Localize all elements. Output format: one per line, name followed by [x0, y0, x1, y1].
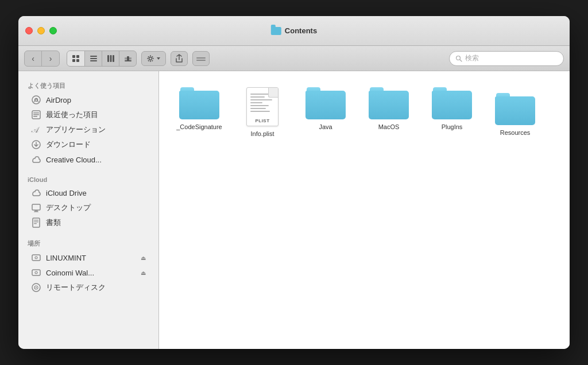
creative-cloud-label: Creative Cloud... [46, 156, 102, 164]
svg-marker-23 [157, 57, 160, 60]
documents-label: 書類 [46, 218, 61, 228]
svg-rect-43 [32, 255, 40, 261]
sidebar-item-downloads[interactable]: ダウンロード [22, 137, 155, 152]
file-item-info-plist[interactable]: PLIST Info.plist [234, 83, 291, 142]
sidebar-item-icloud-drive[interactable]: iCloud Drive [22, 185, 155, 200]
svg-point-49 [36, 287, 37, 288]
dropdown-arrow-icon [156, 56, 161, 61]
applications-icon: 𝒜 [31, 125, 41, 135]
sidebar: よく使う項目 AirDrop [18, 71, 159, 349]
svg-rect-9 [113, 55, 114, 62]
svg-point-14 [149, 57, 152, 60]
svg-rect-33 [33, 116, 37, 117]
share-button[interactable] [171, 51, 188, 66]
applications-label: アプリケーション [46, 125, 106, 135]
search-icon [455, 55, 462, 62]
icloud-drive-icon [31, 188, 41, 198]
linuxmint-drive-icon [31, 253, 41, 263]
file-item-macos[interactable]: MacOS [360, 83, 417, 142]
airdrop-icon [31, 95, 41, 105]
sidebar-item-linuxmint[interactable]: LINUXMINT ⏏ [22, 250, 155, 265]
svg-rect-4 [90, 56, 97, 57]
svg-rect-15 [150, 55, 151, 57]
documents-icon [31, 218, 41, 228]
minimize-button[interactable] [37, 27, 45, 34]
svg-point-46 [35, 271, 37, 274]
coinomi-drive-icon [31, 267, 41, 278]
svg-rect-36 [32, 204, 40, 210]
arrange-button[interactable] [141, 51, 166, 66]
svg-rect-3 [76, 59, 79, 62]
java-name: Java [319, 123, 332, 131]
file-item-plugins[interactable]: PlugIns [423, 83, 481, 142]
svg-rect-5 [90, 58, 97, 59]
sidebar-item-desktop[interactable]: デスクトップ [22, 200, 155, 215]
svg-rect-31 [33, 112, 39, 114]
sidebar-item-documents[interactable]: 書類 [22, 215, 155, 230]
svg-rect-8 [110, 55, 111, 62]
file-area: _CodeSignature PLI [159, 71, 570, 349]
codesignature-folder-icon [179, 87, 219, 119]
info-plist-icon: PLIST [246, 87, 278, 126]
svg-rect-25 [196, 60, 206, 61]
resources-folder-icon [495, 93, 535, 125]
desktop-label: デスクトップ [46, 203, 91, 213]
remote-disk-label: リモートディスク [46, 282, 106, 293]
airdrop-label: AirDrop [46, 96, 71, 104]
svg-line-27 [460, 60, 462, 61]
title-text: Contents [285, 26, 317, 35]
sidebar-item-creative-cloud[interactable]: Creative Cloud... [22, 152, 155, 167]
creative-cloud-icon [31, 154, 41, 165]
coinomi-eject-icon[interactable]: ⏏ [141, 270, 146, 276]
linuxmint-eject-icon[interactable]: ⏏ [141, 255, 146, 261]
search-box[interactable]: 検索 [449, 51, 564, 66]
svg-rect-41 [34, 222, 38, 222]
sidebar-item-applications[interactable]: 𝒜 アプリケーション [22, 122, 155, 137]
search-placeholder: 検索 [465, 53, 479, 63]
svg-rect-17 [147, 58, 149, 59]
sidebar-item-recents[interactable]: 最近使った項目 [22, 107, 155, 122]
icon-view-button[interactable] [67, 51, 84, 66]
svg-rect-38 [34, 212, 38, 212]
svg-rect-12 [129, 57, 131, 60]
file-item-codesignature[interactable]: _CodeSignature [171, 83, 228, 142]
finder-window: Contents ‹ › [18, 16, 570, 349]
sidebar-item-remote-disk[interactable]: リモートディスク [22, 280, 155, 295]
nav-buttons: ‹ › [24, 51, 60, 67]
svg-rect-39 [33, 218, 40, 227]
column-view-button[interactable] [102, 51, 119, 66]
tag-button[interactable] [192, 51, 210, 66]
recents-label: 最近使った項目 [46, 110, 98, 120]
svg-rect-18 [153, 58, 154, 59]
back-button[interactable]: ‹ [25, 51, 42, 66]
file-item-resources[interactable]: Resources [486, 88, 544, 141]
title-folder-icon [271, 27, 281, 35]
toolbar: ‹ › [18, 46, 570, 71]
svg-rect-1 [76, 55, 79, 58]
list-view-button[interactable] [84, 51, 102, 66]
maximize-button[interactable] [49, 27, 57, 34]
gear-icon [146, 55, 154, 63]
content-area: よく使う項目 AirDrop [18, 71, 570, 349]
titlebar: Contents [18, 16, 570, 46]
downloads-label: ダウンロード [46, 139, 91, 150]
close-button[interactable] [25, 27, 33, 34]
cover-flow-button[interactable] [119, 51, 136, 66]
forward-button[interactable]: › [42, 51, 59, 66]
plist-badge-text: PLIST [255, 118, 269, 123]
file-item-java[interactable]: Java [297, 83, 354, 142]
java-folder-icon [305, 87, 346, 119]
recents-icon [31, 110, 41, 120]
svg-rect-2 [72, 59, 75, 62]
svg-rect-0 [72, 55, 75, 58]
codesignature-name: _CodeSignature [176, 123, 222, 131]
svg-rect-16 [150, 60, 151, 62]
desktop-icon [31, 203, 41, 213]
window-title: Contents [271, 26, 317, 35]
sidebar-item-airdrop[interactable]: AirDrop [22, 92, 155, 107]
svg-rect-7 [107, 55, 109, 62]
sidebar-item-coinomi[interactable]: Coinomi Wal... ⏏ [22, 265, 155, 280]
svg-point-26 [457, 56, 461, 60]
svg-rect-10 [125, 57, 127, 60]
grid-icon [72, 55, 80, 63]
